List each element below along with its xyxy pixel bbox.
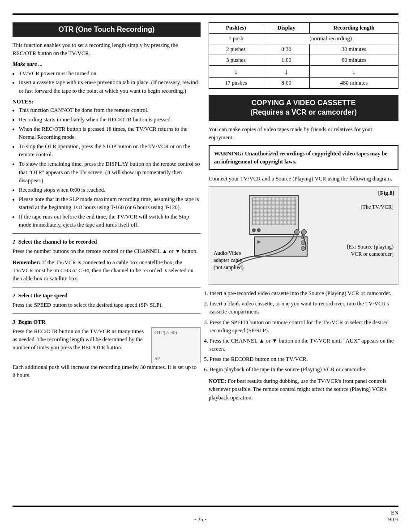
numbered-steps: Insert a pre-recorded video cassette int…	[209, 289, 398, 373]
left-column: OTR (One Touch Recording) This function …	[13, 22, 201, 501]
table-cell-arrow: ↓	[209, 66, 263, 78]
list-item: Press the SPEED button on remote control…	[210, 318, 398, 335]
table-header-display: Display	[263, 23, 310, 34]
list-item: Insert a pre-recorded video cassette int…	[210, 289, 398, 297]
step1-text: Press the number buttons on the remote c…	[13, 247, 201, 255]
table-cell-pushes: 1 push	[209, 34, 263, 44]
copy-title: COPYING A VIDEO CASSETTE (Requires a VCR…	[209, 95, 398, 121]
fig8-diagram: [Fig.8] [The TV/VCR] ▶	[209, 186, 398, 285]
step-divider-2	[13, 287, 201, 287]
table-cell-arrow: ↓	[263, 66, 310, 78]
otr-intro: This function enables you to set a recor…	[13, 41, 201, 57]
list-item: Press the CHANNEL ▲ or ▼ button on the T…	[210, 337, 398, 353]
make-sure-heading: Make sure ...	[13, 61, 201, 68]
table-header-pushes: Push(es)	[209, 23, 263, 34]
list-item: Recording starts immediately when the RE…	[19, 116, 201, 124]
recording-table: Push(es) Display Recording length 1 push…	[209, 22, 398, 89]
fig-label: [Fig.8]	[378, 189, 394, 197]
footer: - 25 - EN 9I03	[13, 506, 398, 523]
table-cell-display: 1:00	[263, 55, 310, 66]
tv-vcr-label: [The TV/VCR]	[361, 204, 394, 210]
list-item: Press the RECORD button on the TV/VCR.	[210, 355, 398, 363]
otr-display-top: OTP(2: 30)	[154, 330, 197, 335]
step3-text: Press the REC/OTR button on the TV/VCR a…	[13, 327, 147, 352]
src-connectors	[301, 235, 305, 251]
notes-heading: NOTES:	[13, 99, 201, 105]
list-item: When the REC/OTR button is pressed 18 ti…	[19, 125, 201, 141]
footer-en: EN	[388, 510, 398, 516]
step3-full-text: Each additional push will increase the r…	[13, 363, 201, 379]
list-item: Insert a blank video cassette, or one yo…	[210, 300, 398, 316]
table-cell-recording: 480 minutes	[310, 78, 398, 89]
audio-label: Audio/Videoadapter cable(not supplied)	[214, 250, 244, 271]
table-header-recording: Recording length	[310, 23, 398, 34]
step3-header: 3 Begin OTR	[13, 318, 201, 326]
footer-center: - 25 -	[13, 516, 388, 523]
source-label: [Ex: Source (playing)VCR or camcorder]	[347, 244, 394, 257]
step2-header: 2 Select the tape speed	[13, 292, 201, 299]
table-row: 17 pushes 8:00 480 minutes	[209, 78, 398, 89]
notes-list: This function CANNOT be done from the re…	[19, 106, 201, 229]
list-item: Please note that in the SLP mode maximum…	[19, 195, 201, 211]
otr-display-box: OTP(2: 30) SP	[151, 327, 201, 363]
table-cell-pushes: 2 pushes	[209, 44, 263, 55]
tv-vcr-box	[249, 195, 299, 235]
table-cell-pushes: 3 pushes	[209, 55, 263, 66]
table-row: 1 push (normal recording)	[209, 34, 398, 44]
list-item: This function CANNOT be done from the re…	[19, 106, 201, 114]
list-item: To stop the OTR operation, press the STO…	[19, 142, 201, 159]
connect-text: Connect your TV/VCR and a Source (Playin…	[209, 175, 398, 183]
page: OTR (One Touch Recording) This function …	[0, 0, 411, 532]
table-cell-arrow: ↓	[310, 66, 398, 78]
step-divider-3	[13, 313, 201, 314]
list-item: TV/VCR power must be turned on.	[19, 69, 201, 77]
step1-header: 1 Select the channel to be recorded	[13, 238, 201, 245]
list-item: Insert a cassette tape with its erase pr…	[19, 78, 201, 94]
step-divider-1	[13, 233, 201, 234]
step2-text: Press the SPEED button to select the des…	[13, 301, 201, 309]
connectors	[294, 229, 307, 235]
table-cell-recording: 60 minutes	[310, 55, 398, 66]
table-row: 3 pushes 1:00 60 minutes	[209, 55, 398, 66]
table-cell-normal: (normal recording)	[263, 34, 398, 44]
step1-remember: Remember: If the TV/VCR is connected to …	[13, 258, 201, 283]
top-border	[13, 13, 398, 15]
footer-code: 9I03	[388, 516, 398, 523]
source-vcr-box: ▶	[254, 236, 308, 257]
right-column: Push(es) Display Recording length 1 push…	[209, 22, 398, 501]
content-area: OTR (One Touch Recording) This function …	[13, 22, 398, 501]
copy-intro: You can make copies of video tapes made …	[209, 125, 398, 142]
table-row: ↓ ↓ ↓	[209, 66, 398, 78]
list-item: Begin playback of the tape in the source…	[210, 365, 398, 373]
table-cell-display: 0:30	[263, 44, 310, 55]
warning-text: WARNING: Unauthorized recordings of copy…	[214, 150, 387, 165]
otr-title: OTR (One Touch Recording)	[13, 22, 201, 37]
warning-box: WARNING: Unauthorized recordings of copy…	[209, 145, 398, 170]
step3-container: Press the REC/OTR button on the TV/VCR a…	[13, 327, 201, 363]
otr-display-bottom: SP	[154, 356, 197, 361]
table-cell-display: 8:00	[263, 78, 310, 89]
note-text: NOTE: For best results during dubbing, u…	[209, 377, 398, 401]
make-sure-list: TV/VCR power must be turned on. Insert a…	[19, 69, 201, 94]
list-item: Recording stops when 0:00 is reached.	[19, 186, 201, 194]
table-row: 2 pushes 0:30 30 minutes	[209, 44, 398, 55]
list-item: If the tape runs out before the end time…	[19, 213, 201, 229]
list-item: To show the remaining time, press the DI…	[19, 160, 201, 184]
table-cell-pushes: 17 pushes	[209, 78, 263, 89]
table-cell-recording: 30 minutes	[310, 44, 398, 55]
footer-right: EN 9I03	[388, 510, 398, 523]
